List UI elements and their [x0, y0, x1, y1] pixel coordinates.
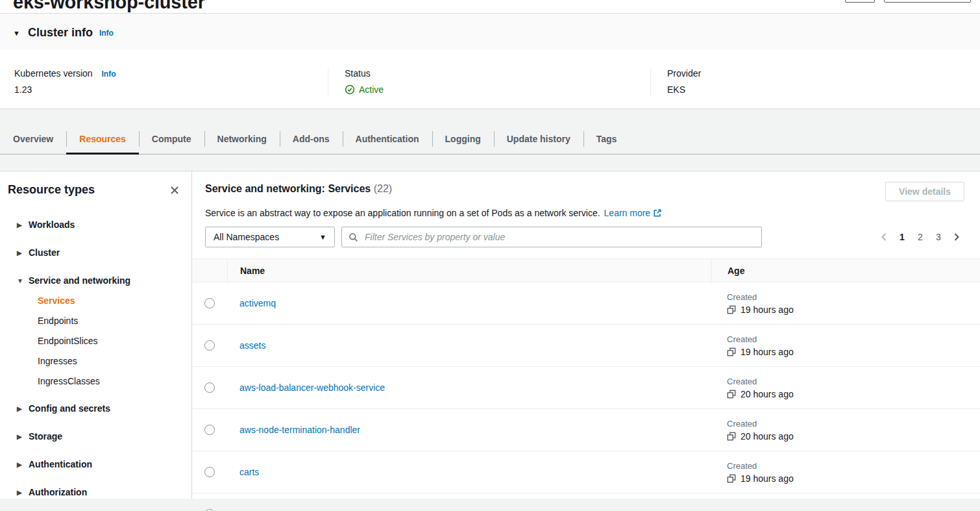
- status-check-icon: [345, 84, 355, 95]
- sidebar-item-authentication[interactable]: ▶ Authentication: [8, 458, 181, 471]
- status-badge: Active: [359, 84, 384, 95]
- service-link[interactable]: aws-load-balancer-webhook-service: [239, 382, 385, 393]
- close-icon[interactable]: [168, 184, 181, 197]
- resource-type-tree: ▶ Workloads ▶ Cluster ▼ Service and netw…: [8, 218, 181, 499]
- field-status: Status Active: [328, 68, 650, 95]
- tab-resources[interactable]: Resources: [66, 124, 139, 154]
- status-label: Status: [345, 68, 650, 79]
- chevron-right-icon: ▶: [8, 461, 23, 468]
- provider-label: Provider: [667, 68, 973, 79]
- service-link[interactable]: aws-node-termination-handler: [239, 425, 360, 435]
- cluster-info-panel: ▼ Cluster info Info Kubernetes version I…: [0, 13, 980, 109]
- sidebar-item-config-and-secrets[interactable]: ▶ Config and secrets: [8, 402, 181, 415]
- created-label: Created: [727, 334, 757, 344]
- service-link[interactable]: carts: [239, 467, 259, 477]
- chevron-down-icon: ▼: [8, 277, 23, 284]
- services-heading: Service and networking: Services (22): [205, 183, 392, 195]
- header-actions: Delete cluster: [845, 0, 971, 3]
- sidebar-item-service-and-networking[interactable]: ▼ Service and networking: [8, 274, 181, 287]
- learn-more-link[interactable]: Learn more: [604, 208, 651, 218]
- kubernetes-version-info-link[interactable]: Info: [102, 69, 116, 79]
- created-label: Created: [727, 419, 757, 429]
- chevron-right-icon: ▶: [8, 489, 23, 496]
- table-row: aws-node-termination-handler Created 20 …: [192, 409, 980, 451]
- pagination: 1 2 3: [876, 231, 964, 243]
- sidebar-item-ingresses[interactable]: Ingresses: [38, 351, 181, 371]
- sidebar-item-ingressclasses[interactable]: IngressClasses: [38, 371, 181, 392]
- namespace-select[interactable]: All Namespaces ▼: [205, 227, 335, 247]
- previous-page-icon[interactable]: [876, 232, 892, 242]
- tab-add-ons[interactable]: Add-ons: [280, 124, 343, 154]
- tab-overview[interactable]: Overview: [13, 124, 66, 154]
- copy-icon[interactable]: [727, 474, 736, 483]
- age-value: 19 hours ago: [741, 347, 794, 357]
- page-number-1[interactable]: 1: [894, 231, 910, 243]
- kubernetes-version-value: 1.23: [14, 84, 328, 95]
- service-link[interactable]: assets: [239, 340, 265, 351]
- page-number-2[interactable]: 2: [913, 231, 928, 243]
- tab-update-history[interactable]: Update history: [494, 124, 583, 154]
- search-box: [341, 227, 762, 247]
- copy-icon[interactable]: [727, 347, 736, 356]
- chevron-right-icon: ▶: [8, 433, 23, 440]
- services-panel: Service and networking: Services (22) Vi…: [192, 171, 980, 499]
- age-value: 20 hours ago: [741, 389, 794, 399]
- sidebar-item-storage[interactable]: ▶ Storage: [8, 430, 181, 443]
- services-table: Name Age activemq Created 19 hours ago: [192, 258, 980, 511]
- age-value: 19 hours ago: [741, 305, 794, 315]
- search-input[interactable]: [363, 231, 755, 243]
- tab-logging[interactable]: Logging: [432, 124, 494, 154]
- chevron-right-icon: ▶: [8, 249, 23, 256]
- service-link[interactable]: activemq: [239, 298, 276, 308]
- search-icon: [349, 232, 358, 242]
- row-select-radio[interactable]: [204, 382, 215, 393]
- select-column-header: [192, 259, 227, 282]
- row-select-radio[interactable]: [204, 467, 215, 477]
- resources-content: Resource types ▶ Workloads ▶ Cluster ▼ S…: [0, 171, 980, 499]
- sidebar-item-workloads[interactable]: ▶ Workloads: [8, 218, 181, 231]
- created-label: Created: [727, 377, 757, 386]
- sidebar-item-endpointslices[interactable]: EndpointSlices: [38, 331, 181, 351]
- chevron-right-icon: ▶: [8, 221, 23, 229]
- refresh-button[interactable]: [845, 0, 875, 3]
- sidebar-item-endpoints[interactable]: Endpoints: [38, 311, 181, 331]
- table-row: activemq Created 19 hours ago: [192, 282, 980, 325]
- tab-networking[interactable]: Networking: [204, 124, 280, 154]
- cluster-info-body: Kubernetes version Info 1.23 Status Acti…: [0, 50, 980, 108]
- cluster-info-info-link[interactable]: Info: [99, 29, 114, 38]
- chevron-right-icon: ▶: [8, 405, 23, 412]
- resource-types-sidebar: Resource types ▶ Workloads ▶ Cluster ▼ S…: [0, 171, 192, 499]
- collapse-caret-icon[interactable]: ▼: [13, 29, 20, 37]
- table-header: Name Age: [192, 259, 980, 282]
- row-select-radio[interactable]: [204, 340, 215, 351]
- table-row: assets Created 19 hours ago: [192, 325, 980, 367]
- table-row: carts Created 19 hours ago: [192, 451, 980, 493]
- service-networking-children: Services Endpoints EndpointSlices Ingres…: [8, 291, 181, 392]
- field-kubernetes-version: Kubernetes version Info 1.23: [0, 68, 328, 95]
- tab-authentication[interactable]: Authentication: [343, 124, 432, 154]
- copy-icon[interactable]: [727, 390, 736, 399]
- page-number-3[interactable]: 3: [931, 231, 946, 243]
- tab-tags[interactable]: Tags: [583, 124, 630, 154]
- eks-cluster-page: eks-workshop-cluster Delete cluster ▼ Cl…: [0, 0, 980, 499]
- page-title: eks-workshop-cluster: [13, 0, 967, 15]
- created-label: Created: [727, 292, 757, 302]
- field-provider: Provider EKS: [650, 68, 973, 95]
- view-details-button[interactable]: View details: [885, 182, 964, 201]
- copy-icon[interactable]: [727, 305, 736, 314]
- services-description: Service is an abstract way to expose an …: [205, 208, 964, 218]
- cluster-tabs: Overview Resources Compute Networking Ad…: [0, 124, 980, 155]
- copy-icon[interactable]: [727, 432, 736, 441]
- sidebar-item-cluster[interactable]: ▶ Cluster: [8, 246, 181, 259]
- delete-cluster-button[interactable]: Delete cluster: [884, 0, 971, 3]
- services-count: (22): [374, 183, 392, 194]
- tab-compute[interactable]: Compute: [139, 124, 204, 154]
- next-page-icon[interactable]: [949, 232, 964, 242]
- sidebar-item-services[interactable]: Services: [38, 291, 181, 311]
- row-select-radio[interactable]: [204, 298, 215, 308]
- created-label: Created: [727, 461, 757, 471]
- row-select-radio[interactable]: [204, 425, 215, 435]
- sidebar-item-authorization[interactable]: ▶ Authorization: [8, 486, 181, 499]
- cluster-info-header: ▼ Cluster info Info: [0, 14, 980, 50]
- sidebar-title: Resource types: [8, 183, 95, 197]
